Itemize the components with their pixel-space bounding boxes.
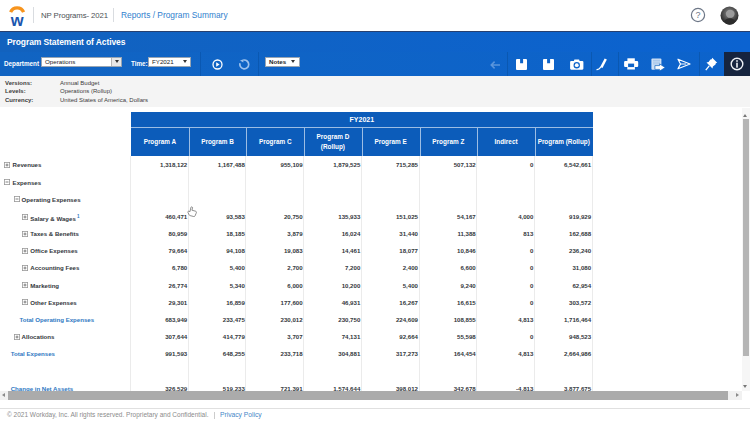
svg-text:?: ? xyxy=(695,10,700,20)
svg-text:w: w xyxy=(10,11,24,27)
